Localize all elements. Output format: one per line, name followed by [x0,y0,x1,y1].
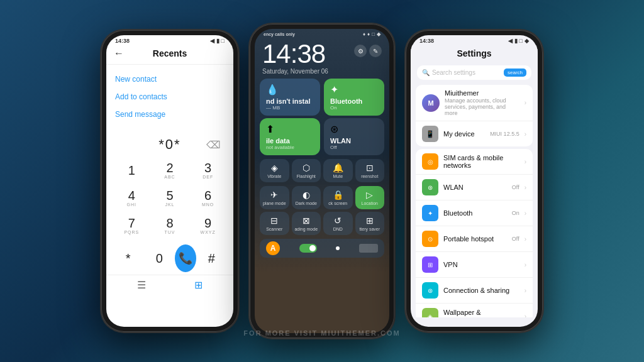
lock-icon: 🔒 [333,190,343,200]
phone-right: 14:38 ◀ ▮ □ ◆ Settings 🔍 Search settings… [406,30,543,332]
search-bar[interactable]: 🔍 Search settings search [417,65,531,80]
battery-saver-icon: ⊞ [366,216,374,226]
search-input[interactable]: Search settings [432,69,501,76]
tile-mobile-data[interactable]: ⬆ ile data not available [260,118,320,155]
connection-item[interactable]: ⊛ Connection & sharing › [416,278,533,304]
dial-key-9[interactable]: 9WXYZ [189,212,227,239]
tile-wlan-label: WLAN [330,137,378,145]
dial-key-star[interactable]: * [113,246,144,271]
tile-lockscreen[interactable]: 🔒 ck screen [323,186,353,209]
contact-actions: New contact Add to contacts Send message [106,65,233,129]
dial-key-5[interactable]: 5JKL [151,184,189,212]
tile-location[interactable]: ▷ Location [355,186,385,209]
mute-icon: 🔔 [333,163,343,173]
dial-key-2[interactable]: 2ABC [151,156,189,184]
sim-item[interactable]: ◎ SIM cards & mobile networks › [416,149,533,175]
tile-screenshot[interactable]: ⊡ reenshot [355,159,385,182]
dial-key-8[interactable]: 8TUV [151,212,189,239]
center-icon2: ♦ [367,31,370,37]
menu-icon[interactable]: ☰ [137,279,146,291]
dial-key-1[interactable]: 1 [113,156,151,184]
wallpaper-item[interactable]: ◈ Wallpaper & personalization › [416,304,533,317]
tile-flashlight[interactable]: ⬡ Flashlight [292,159,321,182]
small-tiles-row2: ✈ plane mode ◐ Dark mode 🔒 ck screen ▷ L… [255,186,389,209]
wlan-text: WLAN [443,184,507,191]
dial-num-4: 4 [128,189,135,202]
dnd-label: DND [333,227,343,231]
bluetooth-item[interactable]: ✦ Bluetooth On › [416,200,533,226]
tile-data-label: ile data [266,137,314,145]
wlan-value: Off [512,184,519,190]
new-contact-button[interactable]: New contact [115,71,225,87]
dial-key-7[interactable]: 7PQRS [113,212,151,239]
tile-mute[interactable]: 🔔 Mute [323,159,353,182]
tile-airplane[interactable]: ✈ plane mode [260,186,289,209]
sim-text: SIM cards & mobile networks [443,154,519,169]
tile-vibrate[interactable]: ◈ Vibrate [260,159,289,182]
music-toggle[interactable] [299,244,317,253]
mute-label: Mute [333,174,343,178]
clock-time: 14:38 [262,41,328,67]
wlan-tile-icon: ⊛ [330,123,378,135]
tile-bluetooth[interactable]: ✦ Bluetooth On [324,79,384,116]
right-wifi-icon: ◆ [525,38,529,44]
avatar: M [422,94,440,112]
keypad-icon[interactable]: ⊞ [194,279,203,291]
bluetooth-value: On [512,210,519,216]
right-sig-icon: □ [519,38,523,44]
wlan-settings-icon: ⊛ [422,179,438,195]
dial-num-8: 8 [166,217,173,229]
volume-icon: ◀ [210,38,214,44]
phone-left: 14:38 ◀ ▮ □ ← Recents New contact Add to… [101,30,238,332]
hotspot-item[interactable]: ⊙ Portable hotspot Off › [416,226,533,252]
profile-item[interactable]: M Miuithemer Manage accounts, cloud serv… [416,85,533,121]
right-bat-icon: ▮ [514,38,518,44]
vpn-text: VPN [443,261,519,268]
bluetooth-tile-icon: ✦ [330,84,378,96]
flashlight-label: Flashlight [297,174,316,178]
dial-key-zero[interactable]: 0 [144,246,175,271]
backspace-icon[interactable]: ⌫ [206,139,221,151]
clock-date: Saturday, November 06 [262,68,328,75]
vpn-item[interactable]: ⊞ VPN › [416,252,533,278]
music-bar[interactable]: A [260,239,384,258]
sim-icon: ◎ [422,153,438,170]
clock-edit-icon[interactable]: ✎ [369,45,382,57]
wlan-item[interactable]: ⊛ WLAN Off › [416,175,533,200]
call-button[interactable]: 📞 [175,244,196,272]
tile-water[interactable]: 💧 nd isn't instal — MB [260,79,320,116]
tile-battery-saver[interactable]: ⊞ ttery saver [355,212,385,235]
tile-wlan[interactable]: ⊛ WLAN Off [324,118,384,155]
add-to-contacts-button[interactable]: Add to contacts [115,89,225,105]
tile-darkmode[interactable]: ◐ Dark mode [292,186,321,209]
send-message-button[interactable]: Send message [115,106,225,123]
center-icon3: □ [372,31,375,37]
tile-dnd[interactable]: ↺ DND [323,212,353,235]
clock-settings-icon[interactable]: ⚙ [354,45,367,57]
status-icons-right: ◀ ▮ □ ◆ [508,38,529,44]
tile-water-sub: — MB [266,105,314,111]
music-dot [336,246,340,250]
dial-key-4[interactable]: 4GHI [113,184,151,212]
wallpaper-icon: ◈ [422,308,438,317]
tile-reading-mode[interactable]: ⊠ ading mode [292,212,321,235]
bluetooth-settings-icon: ✦ [422,205,438,221]
my-device-item[interactable]: 📱 My device MIUI 12.5.5 › [416,121,533,146]
dial-key-hash[interactable]: # [196,246,228,271]
scanner-label: Scanner [266,227,282,231]
dnd-icon: ↺ [334,216,341,226]
dialpad-grid: 1 2ABC 3DEF 4GHI 5JKL 6MNO 7PQRS 8TUV 9W… [106,156,233,239]
profile-text: Miuithemer Manage accounts, cloud servic… [445,89,519,116]
device-text: My device [443,130,485,138]
dial-key-3[interactable]: 3DEF [189,156,227,184]
tile-bluetooth-sub: On [330,105,378,111]
back-button[interactable]: ← [114,48,124,59]
dial-num-7: 7 [128,217,135,229]
dial-key-6[interactable]: 6MNO [189,184,227,212]
vibrate-icon: ◈ [271,163,278,173]
tile-scanner[interactable]: ⊟ Scanner [260,212,289,235]
search-button[interactable]: search [504,69,526,77]
water-icon: 💧 [266,84,314,96]
bluetooth-chevron: › [525,210,526,217]
dialpad-input-text: *0* [158,136,180,153]
